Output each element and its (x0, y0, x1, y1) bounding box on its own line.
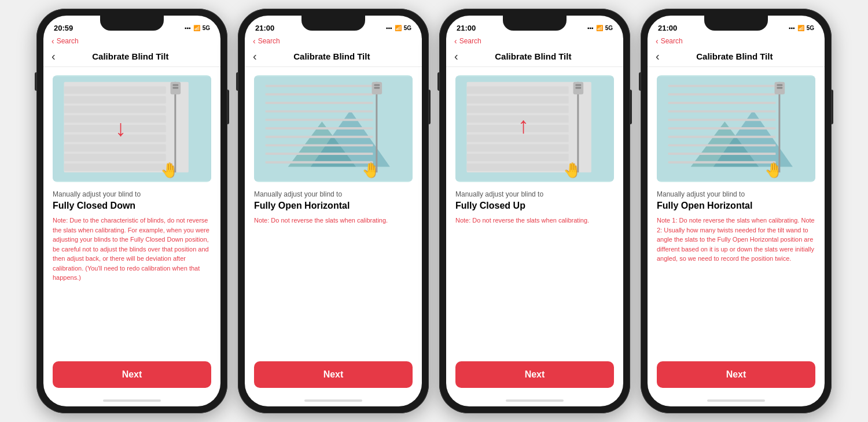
battery-icon: 5G (605, 25, 613, 31)
back-button-2[interactable]: ‹ (253, 50, 257, 62)
svg-rect-33 (374, 84, 380, 86)
phones-container: 20:59 ▪▪▪ 📶 5G ‹ Search ‹ Calibrate Blin… (31, 3, 837, 419)
svg-rect-13 (172, 84, 178, 86)
home-indicator-2 (304, 399, 362, 402)
svg-rect-27 (266, 136, 373, 138)
svg-rect-44 (467, 144, 569, 151)
next-button-container-1: Next (43, 356, 220, 397)
svg-rect-65 (668, 153, 776, 155)
status-time-3: 21:00 (457, 24, 476, 32)
svg-rect-8 (64, 144, 166, 151)
back-button-1[interactable]: ‹ (52, 50, 56, 62)
svg-rect-21 (266, 85, 373, 87)
notch-3 (503, 16, 567, 31)
svg-text:🤚: 🤚 (764, 161, 783, 179)
nav-bar-1: ‹ Calibrate Blind Tilt (43, 48, 220, 67)
instruction-note-1: Note: Due to the characteristic of blind… (53, 216, 211, 283)
home-indicator-4 (707, 399, 765, 402)
svg-text:↓: ↓ (115, 116, 127, 140)
back-button-4[interactable]: ‹ (656, 50, 660, 62)
instruction-note-4: Note 1: Do note reverse the slats when c… (657, 216, 815, 264)
svg-rect-2 (64, 87, 166, 94)
page-title-1: Calibrate Blind Tilt (60, 51, 201, 61)
search-bar-1[interactable]: ‹ Search (43, 36, 220, 48)
phone-screen-1: 20:59 ▪▪▪ 📶 5G ‹ Search ‹ Calibrate Blin… (43, 16, 220, 406)
next-button-container-3: Next (446, 356, 623, 397)
phone-2: 21:00 ▪▪▪ 📶 5G ‹ Search ‹ Calibrate Blin… (238, 9, 429, 413)
content-2: 🤚 Manually adjust your blind to Fully Op… (245, 67, 422, 356)
next-button-3[interactable]: Next (455, 361, 614, 388)
signal-icon: ▪▪▪ (185, 25, 191, 31)
svg-rect-38 (467, 87, 569, 94)
svg-rect-47 (577, 82, 579, 173)
instruction-label-3: Manually adjust your blind to (455, 190, 614, 198)
battery-icon: 5G (807, 25, 814, 31)
instruction-title-1: Fully Closed Down (53, 201, 211, 211)
svg-rect-67 (778, 82, 780, 173)
svg-rect-26 (266, 127, 373, 129)
svg-text:🤚: 🤚 (160, 161, 179, 179)
search-label: Search (57, 37, 79, 45)
back-button-3[interactable]: ‹ (454, 50, 458, 62)
svg-rect-11 (174, 82, 176, 173)
phone-4: 21:00 ▪▪▪ 📶 5G ‹ Search ‹ Calibrate Blin… (641, 9, 832, 413)
search-back-icon: ‹ (253, 36, 256, 46)
svg-rect-39 (467, 96, 569, 103)
svg-rect-40 (467, 106, 569, 113)
svg-rect-28 (266, 144, 373, 146)
search-bar-3[interactable]: ‹ Search (446, 36, 623, 48)
search-back-icon: ‹ (656, 36, 659, 46)
next-button-2[interactable]: Next (254, 361, 413, 388)
blind-illustration-1: ↓ 🤚 (53, 75, 211, 182)
phone-screen-4: 21:00 ▪▪▪ 📶 5G ‹ Search ‹ Calibrate Blin… (648, 16, 825, 406)
svg-rect-25 (266, 119, 373, 121)
status-time-2: 21:00 (255, 24, 274, 32)
page-title-2: Calibrate Blind Tilt (262, 51, 402, 61)
wifi-icon: 📶 (193, 25, 200, 31)
search-bar-2[interactable]: ‹ Search (245, 36, 422, 48)
instruction-label-1: Manually adjust your blind to (53, 190, 211, 198)
battery-icon: 5G (404, 25, 411, 31)
svg-text:🤚: 🤚 (563, 161, 582, 179)
svg-rect-23 (266, 102, 373, 104)
wifi-icon: 📶 (395, 25, 402, 31)
next-button-container-2: Next (245, 356, 422, 397)
svg-rect-57 (668, 85, 776, 87)
wifi-icon: 📶 (596, 25, 603, 31)
svg-rect-31 (376, 82, 377, 173)
svg-rect-62 (668, 127, 776, 129)
phone-screen-2: 21:00 ▪▪▪ 📶 5G ‹ Search ‹ Calibrate Blin… (245, 16, 422, 406)
svg-rect-50 (575, 87, 581, 89)
svg-rect-30 (266, 161, 373, 164)
content-3: ↑ 🤚 Manually adjust your blind to Fully … (446, 67, 623, 356)
page-title-4: Calibrate Blind Tilt (664, 51, 805, 61)
status-time-4: 21:00 (658, 24, 677, 32)
svg-rect-46 (467, 164, 569, 171)
instruction-title-2: Fully Open Horizontal (254, 201, 413, 211)
notch-1 (100, 16, 164, 31)
svg-rect-3 (64, 96, 166, 103)
svg-rect-58 (668, 93, 776, 95)
svg-rect-10 (64, 164, 166, 171)
search-bar-4[interactable]: ‹ Search (648, 36, 825, 48)
next-button-container-4: Next (648, 356, 825, 397)
svg-rect-49 (575, 84, 581, 86)
svg-rect-9 (64, 154, 166, 161)
blind-illustration-3: ↑ 🤚 (455, 75, 614, 182)
instruction-title-3: Fully Closed Up (455, 201, 614, 211)
home-indicator-1 (103, 399, 161, 402)
svg-rect-24 (266, 110, 373, 113)
instruction-note-3: Note: Do not reverse the slats when cali… (455, 216, 614, 225)
next-button-4[interactable]: Next (657, 361, 815, 388)
next-button-1[interactable]: Next (53, 361, 211, 388)
svg-rect-4 (64, 106, 166, 113)
svg-text:↑: ↑ (518, 113, 529, 138)
battery-icon: 5G (203, 25, 210, 31)
search-label: Search (459, 37, 481, 45)
signal-icon: ▪▪▪ (587, 25, 594, 31)
blind-illustration-2: 🤚 (254, 75, 413, 182)
nav-bar-4: ‹ Calibrate Blind Tilt (648, 48, 825, 67)
svg-text:🤚: 🤚 (362, 161, 380, 179)
svg-rect-22 (266, 93, 373, 95)
search-label: Search (258, 37, 280, 45)
